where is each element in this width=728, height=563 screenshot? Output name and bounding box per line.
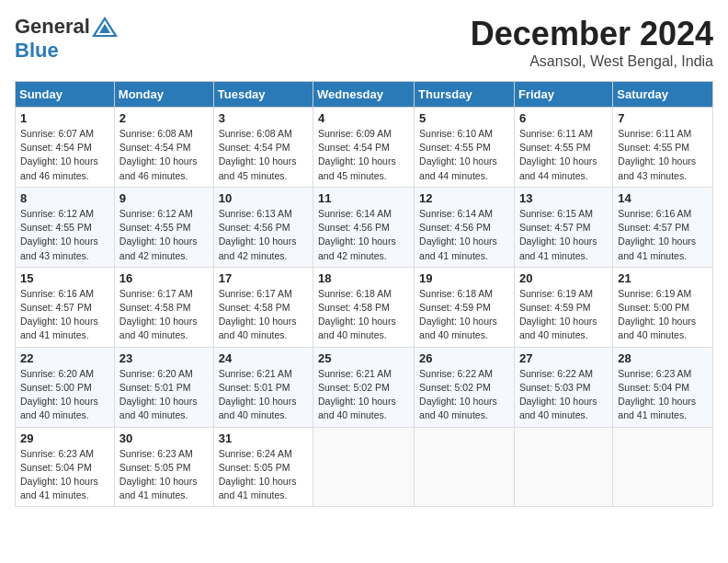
day-info: Sunrise: 6:14 AM Sunset: 4:56 PM Dayligh… bbox=[318, 207, 409, 263]
day-info: Sunrise: 6:17 AM Sunset: 4:58 PM Dayligh… bbox=[119, 287, 209, 343]
day-info: Sunrise: 6:16 AM Sunset: 4:57 PM Dayligh… bbox=[618, 207, 708, 263]
day-info: Sunrise: 6:21 AM Sunset: 5:01 PM Dayligh… bbox=[219, 367, 308, 423]
calendar-cell: 14Sunrise: 6:16 AM Sunset: 4:57 PM Dayli… bbox=[613, 187, 713, 267]
day-info: Sunrise: 6:23 AM Sunset: 5:04 PM Dayligh… bbox=[20, 447, 109, 503]
calendar-cell: 9Sunrise: 6:12 AM Sunset: 4:55 PM Daylig… bbox=[114, 187, 213, 267]
calendar-cell: 22Sunrise: 6:20 AM Sunset: 5:00 PM Dayli… bbox=[16, 347, 115, 427]
day-number: 14 bbox=[618, 191, 708, 205]
day-number: 17 bbox=[219, 271, 308, 285]
calendar-cell: 17Sunrise: 6:17 AM Sunset: 4:58 PM Dayli… bbox=[213, 267, 313, 347]
calendar-cell: 3Sunrise: 6:08 AM Sunset: 4:54 PM Daylig… bbox=[213, 108, 313, 188]
day-info: Sunrise: 6:23 AM Sunset: 5:05 PM Dayligh… bbox=[119, 447, 209, 503]
title-block: December 2024 Asansol, West Bengal, Indi… bbox=[471, 15, 713, 70]
day-number: 29 bbox=[20, 431, 109, 445]
day-info: Sunrise: 6:22 AM Sunset: 5:02 PM Dayligh… bbox=[419, 367, 509, 423]
day-number: 5 bbox=[419, 111, 509, 125]
logo-icon bbox=[92, 17, 118, 37]
day-number: 20 bbox=[519, 271, 608, 285]
day-number: 30 bbox=[119, 431, 209, 445]
calendar-cell: 23Sunrise: 6:20 AM Sunset: 5:01 PM Dayli… bbox=[114, 347, 213, 427]
calendar-cell: 6Sunrise: 6:11 AM Sunset: 4:55 PM Daylig… bbox=[514, 108, 612, 188]
calendar-cell: 8Sunrise: 6:12 AM Sunset: 4:55 PM Daylig… bbox=[16, 187, 115, 267]
day-number: 2 bbox=[119, 111, 209, 125]
day-info: Sunrise: 6:07 AM Sunset: 4:54 PM Dayligh… bbox=[20, 127, 109, 183]
calendar-cell: 20Sunrise: 6:19 AM Sunset: 4:59 PM Dayli… bbox=[514, 267, 612, 347]
day-number: 11 bbox=[318, 191, 409, 205]
calendar-cell bbox=[313, 427, 415, 507]
calendar-cell: 15Sunrise: 6:16 AM Sunset: 4:57 PM Dayli… bbox=[16, 267, 115, 347]
calendar-cell: 26Sunrise: 6:22 AM Sunset: 5:02 PM Dayli… bbox=[415, 347, 515, 427]
day-number: 15 bbox=[20, 271, 109, 285]
calendar-week-4: 22Sunrise: 6:20 AM Sunset: 5:00 PM Dayli… bbox=[16, 347, 713, 427]
calendar-cell: 18Sunrise: 6:18 AM Sunset: 4:58 PM Dayli… bbox=[313, 267, 415, 347]
calendar-cell: 10Sunrise: 6:13 AM Sunset: 4:56 PM Dayli… bbox=[213, 187, 313, 267]
day-number: 13 bbox=[519, 191, 608, 205]
calendar-cell: 25Sunrise: 6:21 AM Sunset: 5:02 PM Dayli… bbox=[313, 347, 415, 427]
day-info: Sunrise: 6:19 AM Sunset: 5:00 PM Dayligh… bbox=[618, 287, 708, 343]
month-title: December 2024 bbox=[471, 15, 713, 53]
calendar-cell: 21Sunrise: 6:19 AM Sunset: 5:00 PM Dayli… bbox=[613, 267, 713, 347]
day-info: Sunrise: 6:18 AM Sunset: 4:58 PM Dayligh… bbox=[318, 287, 409, 343]
day-number: 25 bbox=[318, 351, 409, 365]
day-info: Sunrise: 6:09 AM Sunset: 4:54 PM Dayligh… bbox=[318, 127, 409, 183]
day-number: 19 bbox=[419, 271, 509, 285]
calendar-cell: 28Sunrise: 6:23 AM Sunset: 5:04 PM Dayli… bbox=[613, 347, 713, 427]
column-header-thursday: Thursday bbox=[415, 82, 515, 108]
calendar-cell: 5Sunrise: 6:10 AM Sunset: 4:55 PM Daylig… bbox=[415, 108, 515, 188]
calendar-cell: 11Sunrise: 6:14 AM Sunset: 4:56 PM Dayli… bbox=[313, 187, 415, 267]
calendar-week-5: 29Sunrise: 6:23 AM Sunset: 5:04 PM Dayli… bbox=[16, 427, 713, 507]
day-number: 7 bbox=[618, 111, 708, 125]
day-info: Sunrise: 6:08 AM Sunset: 4:54 PM Dayligh… bbox=[119, 127, 209, 183]
calendar-cell bbox=[613, 427, 713, 507]
logo-blue-text: Blue bbox=[15, 39, 59, 63]
day-info: Sunrise: 6:17 AM Sunset: 4:58 PM Dayligh… bbox=[219, 287, 308, 343]
day-info: Sunrise: 6:08 AM Sunset: 4:54 PM Dayligh… bbox=[219, 127, 308, 183]
calendar-cell: 2Sunrise: 6:08 AM Sunset: 4:54 PM Daylig… bbox=[114, 108, 213, 188]
calendar-cell: 19Sunrise: 6:18 AM Sunset: 4:59 PM Dayli… bbox=[415, 267, 515, 347]
column-header-tuesday: Tuesday bbox=[213, 82, 313, 108]
day-info: Sunrise: 6:11 AM Sunset: 4:55 PM Dayligh… bbox=[618, 127, 708, 183]
day-number: 9 bbox=[119, 191, 209, 205]
calendar-week-1: 1Sunrise: 6:07 AM Sunset: 4:54 PM Daylig… bbox=[16, 108, 713, 188]
column-header-wednesday: Wednesday bbox=[313, 82, 415, 108]
day-number: 28 bbox=[618, 351, 708, 365]
logo: General Blue bbox=[15, 15, 118, 63]
calendar-cell: 24Sunrise: 6:21 AM Sunset: 5:01 PM Dayli… bbox=[213, 347, 313, 427]
day-info: Sunrise: 6:19 AM Sunset: 4:59 PM Dayligh… bbox=[519, 287, 608, 343]
calendar-cell: 12Sunrise: 6:14 AM Sunset: 4:56 PM Dayli… bbox=[415, 187, 515, 267]
page-header: General Blue December 2024 Asansol, West… bbox=[15, 15, 713, 70]
day-info: Sunrise: 6:11 AM Sunset: 4:55 PM Dayligh… bbox=[519, 127, 608, 183]
day-info: Sunrise: 6:18 AM Sunset: 4:59 PM Dayligh… bbox=[419, 287, 509, 343]
day-info: Sunrise: 6:13 AM Sunset: 4:56 PM Dayligh… bbox=[219, 207, 308, 263]
calendar-cell: 7Sunrise: 6:11 AM Sunset: 4:55 PM Daylig… bbox=[613, 108, 713, 188]
calendar-cell bbox=[514, 427, 612, 507]
calendar-table: SundayMondayTuesdayWednesdayThursdayFrid… bbox=[15, 81, 713, 507]
day-info: Sunrise: 6:22 AM Sunset: 5:03 PM Dayligh… bbox=[519, 367, 608, 423]
column-header-monday: Monday bbox=[114, 82, 213, 108]
calendar-cell bbox=[415, 427, 515, 507]
day-number: 3 bbox=[219, 111, 308, 125]
day-number: 8 bbox=[20, 191, 109, 205]
day-number: 24 bbox=[219, 351, 308, 365]
location-title: Asansol, West Bengal, India bbox=[471, 53, 713, 70]
calendar-cell: 4Sunrise: 6:09 AM Sunset: 4:54 PM Daylig… bbox=[313, 108, 415, 188]
calendar-week-2: 8Sunrise: 6:12 AM Sunset: 4:55 PM Daylig… bbox=[16, 187, 713, 267]
day-info: Sunrise: 6:15 AM Sunset: 4:57 PM Dayligh… bbox=[519, 207, 608, 263]
day-info: Sunrise: 6:12 AM Sunset: 4:55 PM Dayligh… bbox=[119, 207, 209, 263]
calendar-cell: 16Sunrise: 6:17 AM Sunset: 4:58 PM Dayli… bbox=[114, 267, 213, 347]
day-number: 23 bbox=[119, 351, 209, 365]
calendar-cell: 31Sunrise: 6:24 AM Sunset: 5:05 PM Dayli… bbox=[213, 427, 313, 507]
day-number: 18 bbox=[318, 271, 409, 285]
calendar-header-row: SundayMondayTuesdayWednesdayThursdayFrid… bbox=[16, 82, 713, 108]
day-number: 26 bbox=[419, 351, 509, 365]
day-number: 21 bbox=[618, 271, 708, 285]
day-info: Sunrise: 6:21 AM Sunset: 5:02 PM Dayligh… bbox=[318, 367, 409, 423]
day-info: Sunrise: 6:16 AM Sunset: 4:57 PM Dayligh… bbox=[20, 287, 109, 343]
calendar-cell: 29Sunrise: 6:23 AM Sunset: 5:04 PM Dayli… bbox=[16, 427, 115, 507]
column-header-friday: Friday bbox=[514, 82, 612, 108]
day-info: Sunrise: 6:24 AM Sunset: 5:05 PM Dayligh… bbox=[219, 447, 308, 503]
day-info: Sunrise: 6:10 AM Sunset: 4:55 PM Dayligh… bbox=[419, 127, 509, 183]
column-header-saturday: Saturday bbox=[613, 82, 713, 108]
day-number: 27 bbox=[519, 351, 608, 365]
day-info: Sunrise: 6:23 AM Sunset: 5:04 PM Dayligh… bbox=[618, 367, 708, 423]
